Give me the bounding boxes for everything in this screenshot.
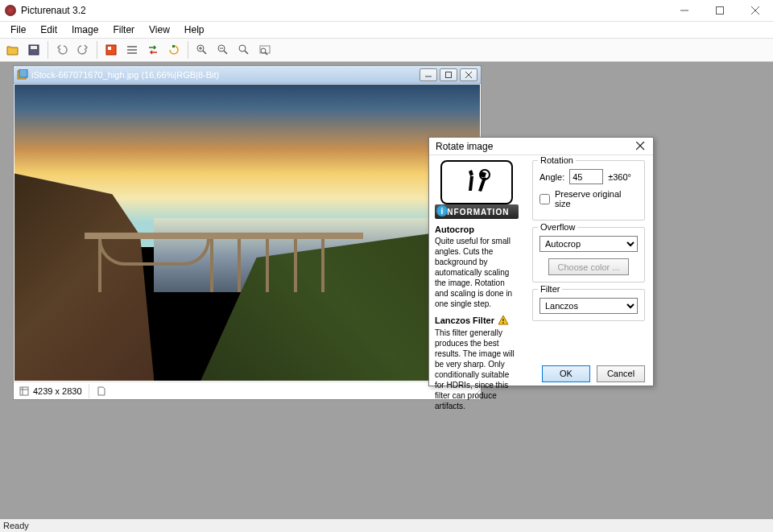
zoom-actual-icon[interactable] <box>255 40 275 60</box>
main-statusbar: Ready <box>0 519 773 532</box>
undo-icon[interactable] <box>52 40 72 60</box>
svg-rect-27 <box>446 72 452 77</box>
warning-icon <box>498 315 509 326</box>
info-badge: i INFORMATION <box>435 204 519 219</box>
svg-rect-10 <box>127 52 137 54</box>
info-icon: i <box>436 205 448 217</box>
app-icon <box>5 5 16 16</box>
child-maximize-button[interactable] <box>440 68 457 81</box>
info-label: INFORMATION <box>444 208 510 217</box>
preserve-checkbox[interactable] <box>539 194 550 204</box>
child-minimize-button[interactable] <box>420 68 437 81</box>
filter-select[interactable]: Lanczos <box>539 298 638 314</box>
lanczos-heading: Lanczos Filter <box>435 315 519 326</box>
lanczos-text: This filter generally produces the best … <box>435 328 519 411</box>
choose-color-button: Choose color ... <box>548 258 628 275</box>
angle-range: ±360° <box>608 172 631 182</box>
mdi-area: iStock-667071670_high.jpg (16,66%|RGB|8-… <box>0 62 773 519</box>
rotate-dialog: Rotate image i INFORMATION Autocrop Quit… <box>428 137 654 386</box>
document-statusbar: 4239 x 2830 <box>14 381 481 399</box>
document-titlebar[interactable]: iStock-667071670_high.jpg (16,66%|RGB|8-… <box>14 66 481 84</box>
menu-image[interactable]: Image <box>64 23 105 37</box>
menu-help[interactable]: Help <box>177 23 212 37</box>
svg-line-17 <box>224 51 227 54</box>
zoom-in-icon[interactable] <box>192 40 212 60</box>
svg-rect-25 <box>19 69 27 77</box>
zoom-out-icon[interactable] <box>213 40 233 60</box>
status-text: Ready <box>3 521 29 530</box>
dialog-title: Rotate image <box>436 141 634 152</box>
svg-rect-9 <box>127 49 137 51</box>
menu-edit[interactable]: Edit <box>33 23 64 37</box>
info-panel: i INFORMATION Autocrop Quite useful for … <box>429 155 524 360</box>
document-window: iStock-667071670_high.jpg (16,66%|RGB|8-… <box>13 65 482 400</box>
image-canvas[interactable] <box>14 84 481 381</box>
overflow-group: Overflow Autocrop Choose color ... <box>532 227 645 282</box>
dimensions-text: 4239 x 2830 <box>33 386 82 396</box>
angle-label: Angle: <box>539 172 564 182</box>
save-icon[interactable] <box>24 40 43 60</box>
menu-file[interactable]: File <box>3 23 33 37</box>
ok-button[interactable]: OK <box>542 365 590 382</box>
svg-point-19 <box>239 45 246 52</box>
angle-input[interactable] <box>569 169 603 184</box>
dialog-titlebar[interactable]: Rotate image <box>429 138 653 155</box>
maximize-button[interactable] <box>702 0 738 22</box>
svg-line-13 <box>203 51 206 54</box>
page-icon <box>96 386 107 397</box>
swap-icon[interactable] <box>143 40 163 60</box>
titlebar: Picturenaut 3.2 <box>0 0 773 22</box>
svg-rect-8 <box>127 46 137 47</box>
svg-line-20 <box>245 51 248 54</box>
toolbar <box>0 38 773 62</box>
redo-icon[interactable] <box>73 40 93 60</box>
svg-line-23 <box>265 52 267 55</box>
svg-rect-1 <box>717 7 724 14</box>
svg-rect-5 <box>31 46 37 49</box>
tools-icon <box>440 160 513 204</box>
overflow-select[interactable]: Autocrop <box>539 236 638 252</box>
menubar: File Edit Image Filter View Help <box>0 22 773 38</box>
autocrop-text: Quite useful for small angles. Cuts the … <box>435 236 519 309</box>
hdr-icon[interactable] <box>101 40 121 60</box>
dialog-close-button[interactable] <box>634 140 647 153</box>
refresh-icon[interactable] <box>164 40 184 60</box>
svg-rect-7 <box>108 47 111 50</box>
app-title: Picturenaut 3.2 <box>21 5 667 16</box>
menu-filter[interactable]: Filter <box>105 23 142 37</box>
rotation-group: Rotation Angle: ±360° Preserve original … <box>532 160 645 221</box>
svg-rect-30 <box>20 387 28 395</box>
child-close-button[interactable] <box>460 68 477 81</box>
document-title: iStock-667071670_high.jpg (16,66%|RGB|8-… <box>31 70 420 80</box>
menu-view[interactable]: View <box>142 23 177 37</box>
list-icon[interactable] <box>122 40 142 60</box>
close-button[interactable] <box>738 0 773 22</box>
open-icon[interactable] <box>3 40 23 60</box>
dimensions-icon <box>19 386 30 397</box>
filter-group: Filter Lanczos <box>532 289 645 321</box>
zoom-fit-icon[interactable] <box>234 40 254 60</box>
svg-point-40 <box>502 322 504 324</box>
rotation-group-title: Rotation <box>538 155 576 165</box>
svg-rect-11 <box>172 45 175 47</box>
overflow-group-title: Overflow <box>538 222 577 232</box>
preserve-label: Preserve original size <box>555 189 638 208</box>
filter-group-title: Filter <box>538 284 562 294</box>
document-icon <box>17 69 28 80</box>
minimize-button[interactable] <box>667 0 702 22</box>
autocrop-heading: Autocrop <box>435 225 519 234</box>
cancel-button[interactable]: Cancel <box>597 365 645 382</box>
